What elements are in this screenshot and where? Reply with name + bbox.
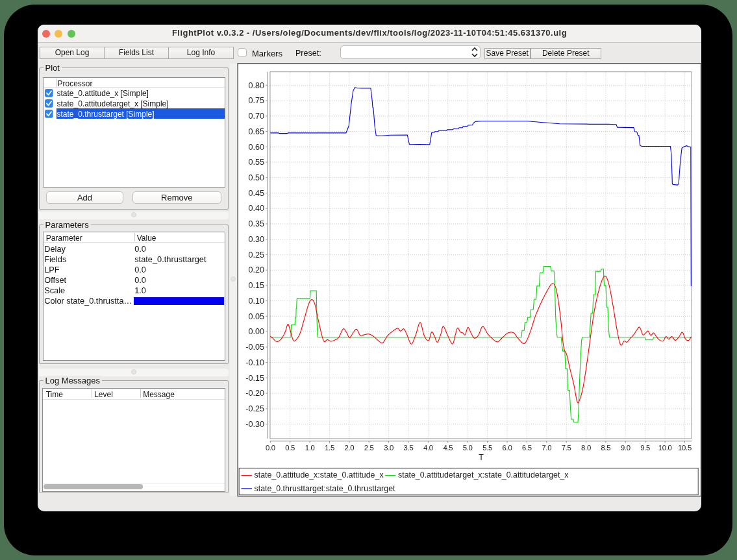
svg-text:0.10: 0.10: [248, 297, 264, 306]
svg-text:0.80: 0.80: [248, 81, 264, 90]
svg-text:3.0: 3.0: [384, 444, 393, 452]
svg-text:0.55: 0.55: [248, 158, 264, 167]
svg-text:-0.20: -0.20: [245, 389, 264, 398]
svg-text:0.40: 0.40: [248, 204, 264, 213]
svg-text:0.65: 0.65: [248, 127, 264, 136]
svg-text:0.50: 0.50: [248, 173, 264, 182]
svg-text:0.30: 0.30: [248, 235, 264, 244]
svg-text:7.0: 7.0: [542, 444, 551, 452]
svg-text:5.5: 5.5: [482, 444, 492, 452]
svg-text:-0.30: -0.30: [245, 420, 264, 429]
svg-text:1.5: 1.5: [325, 444, 334, 452]
svg-text:0.0: 0.0: [266, 444, 275, 452]
svg-text:state_0.attitude_x:state_0.att: state_0.attitude_x:state_0.attitude_x: [255, 470, 384, 480]
svg-text:5.0: 5.0: [463, 444, 473, 452]
svg-text:6.5: 6.5: [522, 444, 532, 452]
svg-text:T: T: [479, 453, 484, 462]
svg-text:9.5: 9.5: [640, 444, 650, 452]
svg-text:8.0: 8.0: [581, 444, 591, 452]
svg-text:8.5: 8.5: [601, 444, 610, 452]
svg-text:state_0.thrusttarget:state_0.t: state_0.thrusttarget:state_0.thrusttarge…: [255, 484, 396, 493]
svg-text:0.15: 0.15: [248, 281, 264, 290]
svg-text:2.5: 2.5: [364, 444, 374, 452]
svg-text:0.45: 0.45: [248, 189, 264, 198]
svg-text:0.5: 0.5: [285, 444, 295, 452]
svg-text:0.70: 0.70: [248, 112, 264, 121]
svg-text:0.60: 0.60: [248, 143, 264, 152]
svg-text:-0.25: -0.25: [245, 404, 264, 413]
svg-text:10.0: 10.0: [658, 444, 672, 452]
svg-text:6.0: 6.0: [503, 444, 512, 452]
svg-text:1.0: 1.0: [305, 444, 315, 452]
svg-text:7.5: 7.5: [562, 444, 571, 452]
svg-text:state_0.attitudetarget_x:state: state_0.attitudetarget_x:state_0.attitud…: [398, 470, 569, 480]
svg-text:10.5: 10.5: [678, 444, 692, 452]
svg-text:0.05: 0.05: [248, 312, 264, 321]
svg-text:-0.05: -0.05: [245, 343, 264, 352]
svg-text:0.75: 0.75: [248, 96, 264, 105]
svg-text:3.5: 3.5: [404, 444, 414, 452]
svg-text:0.00: 0.00: [248, 327, 264, 336]
svg-text:4.5: 4.5: [443, 444, 453, 452]
svg-text:0.35: 0.35: [248, 219, 264, 228]
svg-text:2.0: 2.0: [344, 444, 354, 452]
svg-text:-0.10: -0.10: [245, 358, 264, 367]
svg-text:-0.15: -0.15: [245, 374, 264, 383]
svg-text:9.0: 9.0: [621, 444, 631, 452]
svg-text:0.25: 0.25: [248, 250, 264, 260]
svg-text:0.20: 0.20: [248, 265, 264, 274]
svg-text:4.0: 4.0: [423, 444, 433, 452]
